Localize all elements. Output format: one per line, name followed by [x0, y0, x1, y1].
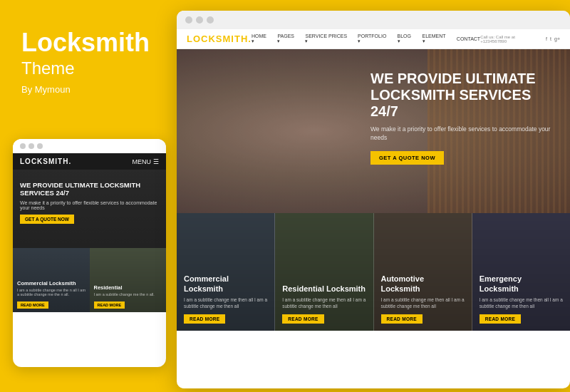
desktop-top-bar — [177, 11, 570, 29]
desktop-service-content-3: Automotive Locksmith I am a subtitle cha… — [381, 274, 465, 324]
mobile-service-content-2: Residential I am a subtitle change me th… — [94, 284, 164, 309]
mobile-hero-title: WE PROVIDE ULTIMATE LOCKSMITH SERVICES 2… — [20, 181, 159, 197]
desktop-service-content-4: Emergency Locksmith I am a subtitle chan… — [480, 274, 563, 324]
desktop-service-text-4: I am a subtitle change me then all I am … — [480, 296, 563, 309]
mobile-service-content-1: Commercial Locksmith I am a subtitle cha… — [17, 280, 87, 309]
mobile-service-title-1: Commercial Locksmith — [17, 280, 87, 287]
mobile-read-more-2[interactable]: READ MORE — [94, 301, 125, 309]
mobile-logo: LOCKSMITH. — [20, 158, 71, 165]
desktop-hero-content: WE PROVIDE ULTIMATE LOCKSMITH SERVICES 2… — [370, 71, 556, 165]
nav-service-prices[interactable]: SERVICE PRICES ▾ — [305, 33, 351, 44]
desktop-service-card-3: Automotive Locksmith I am a subtitle cha… — [374, 213, 472, 331]
mobile-service-card-2: Residential I am a subtitle change me th… — [90, 248, 167, 312]
desktop-service-card-2: Residential Locksmith I am a subtitle ch… — [275, 213, 373, 331]
mobile-menu-label: MENU — [133, 158, 152, 165]
desktop-service-text-3: I am a subtitle change me then all I am … — [381, 296, 465, 309]
desktop-service-card-4: Emergency Locksmith I am a subtitle chan… — [472, 213, 570, 331]
desktop-read-more-2[interactable]: READ MORE — [282, 314, 323, 324]
mobile-services: Commercial Locksmith I am a subtitle cha… — [13, 248, 166, 312]
theme-subtitle: Theme — [21, 58, 155, 78]
mobile-hero: WE PROVIDE ULTIMATE LOCKSMITH SERVICES 2… — [13, 170, 166, 248]
desktop-cta-button[interactable]: GET A QUOTE NOW — [370, 151, 444, 165]
mobile-service-text-2: I am a subtitle change me the n all. — [94, 292, 164, 296]
desktop-dot-1 — [185, 16, 192, 24]
desktop-hero-description: We make it a priority to offer flexible … — [370, 125, 556, 143]
mobile-hero-description: We make it a priority to offer flexible … — [20, 200, 159, 210]
mobile-cta-button[interactable]: GET A QUOTE NOW — [20, 215, 74, 224]
googleplus-icon[interactable]: g+ — [554, 36, 560, 41]
desktop-dot-2 — [196, 16, 203, 24]
desktop-nav-links: HOME ▾ PAGES ▾ SERVICE PRICES ▾ PORTFOLI… — [252, 33, 480, 44]
nav-portfolio[interactable]: PORTFOLIO ▾ — [358, 33, 390, 44]
desktop-mockup: LOCKSMITH. HOME ▾ PAGES ▾ SERVICE PRICES… — [177, 11, 570, 388]
desktop-logo-text: LOCKSMITH. — [187, 33, 252, 44]
mobile-mockup: LOCKSMITH. MENU ☰ WE PROVIDE ULTIMATE LO… — [13, 139, 166, 367]
nav-home[interactable]: HOME ▾ — [252, 33, 271, 44]
desktop-service-title-4: Emergency Locksmith — [480, 274, 563, 293]
author-label: By Mymoun — [21, 84, 155, 95]
facebook-icon[interactable]: f — [546, 36, 547, 41]
desktop-read-more-4[interactable]: READ MORE — [480, 314, 521, 324]
desktop-service-title-1: Commercial Locksmith — [184, 274, 267, 293]
desktop-dot-3 — [207, 16, 214, 24]
nav-blog[interactable]: BLOG ▾ — [398, 33, 415, 44]
desktop-read-more-3[interactable]: READ MORE — [381, 314, 423, 324]
mobile-header: LOCKSMITH. MENU ☰ — [13, 153, 166, 170]
desktop-service-title-2: Residential Locksmith — [282, 284, 366, 294]
mobile-service-card-1: Commercial Locksmith I am a subtitle cha… — [13, 248, 90, 312]
mobile-top-bar — [13, 139, 166, 153]
desktop-hero: WE PROVIDE ULTIMATE LOCKSMITH SERVICES 2… — [177, 49, 570, 213]
nav-pages[interactable]: PAGES ▾ — [277, 33, 298, 44]
desktop-logo: LOCKSMITH. — [187, 33, 252, 44]
desktop-hero-title: WE PROVIDE ULTIMATE LOCKSMITH SERVICES 2… — [370, 71, 556, 120]
left-panel: Locksmith Theme By Mymoun LOCKSMITH. MEN… — [0, 0, 177, 392]
desktop-service-card-1: Commercial Locksmith I am a subtitle cha… — [177, 213, 275, 331]
hamburger-icon: ☰ — [153, 158, 159, 165]
mobile-read-more-1[interactable]: READ MORE — [17, 301, 48, 309]
desktop-service-text-1: I am a subtitle change me then all I am … — [184, 296, 267, 309]
nav-contact[interactable]: CONTACT — [457, 36, 480, 41]
mobile-service-text-1: I am a subtitle change me the n all I am… — [17, 288, 87, 296]
mobile-dot-2 — [28, 143, 34, 149]
mobile-menu: MENU ☰ — [133, 158, 160, 165]
desktop-nav: LOCKSMITH. HOME ▾ PAGES ▾ SERVICE PRICES… — [177, 29, 570, 49]
mobile-dot-1 — [20, 143, 26, 149]
mobile-service-title-2: Residential — [94, 284, 164, 291]
nav-element[interactable]: ELEMENT ▾ — [423, 33, 450, 44]
theme-title: Locksmith — [21, 29, 155, 57]
desktop-nav-right: Call us: Call me at +1234567890 f t g+ — [480, 35, 560, 43]
desktop-contact-info: Call us: Call me at +1234567890 — [480, 35, 542, 43]
mobile-dot-3 — [37, 143, 43, 149]
desktop-service-title-3: Automotive Locksmith — [381, 274, 465, 293]
desktop-services: Commercial Locksmith I am a subtitle cha… — [177, 213, 570, 331]
desktop-social-icons: f t g+ — [546, 36, 560, 41]
desktop-service-content-1: Commercial Locksmith I am a subtitle cha… — [184, 274, 267, 324]
desktop-service-text-2: I am a subtitle change me then all I am … — [282, 296, 366, 309]
desktop-read-more-1[interactable]: READ MORE — [184, 314, 225, 324]
desktop-service-content-2: Residential Locksmith I am a subtitle ch… — [282, 284, 366, 324]
twitter-icon[interactable]: t — [550, 36, 551, 41]
